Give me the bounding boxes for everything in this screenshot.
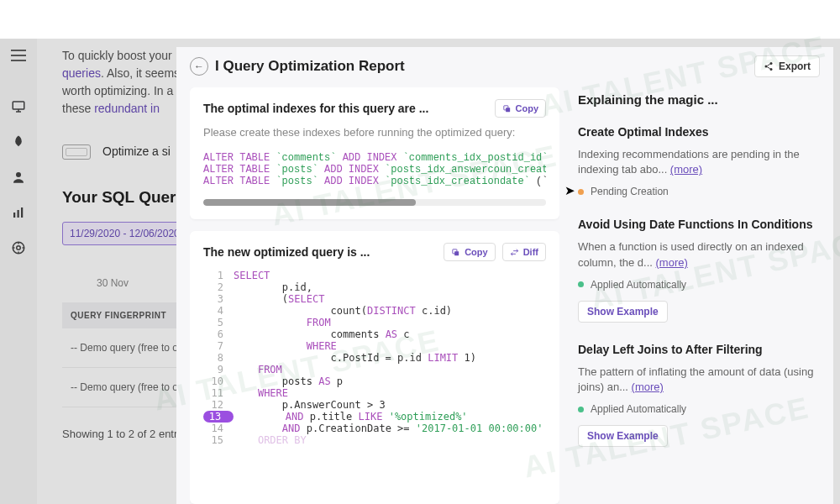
export-button[interactable]: Export — [754, 55, 820, 77]
diff-button[interactable]: Diff — [502, 243, 546, 261]
copy-button[interactable]: Copy — [444, 243, 496, 261]
show-example-button[interactable]: Show Example — [578, 425, 668, 447]
horizontal-scrollbar[interactable] — [203, 199, 546, 206]
modal-title: I Query Optimization Report — [215, 58, 405, 75]
explain-heading: Explaining the magic ... — [578, 92, 816, 107]
more-link[interactable]: (more) — [670, 163, 702, 176]
more-link[interactable]: (more) — [656, 256, 688, 269]
status-label: Pending Creation — [591, 186, 669, 197]
optimized-sql-block: 1SELECT2 p.id,3 (SELECT4 count(DISTINCT … — [203, 270, 546, 446]
hamburger-icon — [11, 50, 26, 61]
status-dot-icon — [578, 189, 584, 195]
suggestion-title: Delay Left Joins to After Filtering — [578, 343, 816, 356]
copy-button[interactable]: Copy — [495, 99, 547, 118]
suggestion-delay-left-joins: Delay Left Joins to After Filtering The … — [578, 343, 816, 447]
optimal-indexes-card: The optimal indexes for this query are .… — [190, 87, 559, 219]
svg-point-8 — [764, 66, 767, 68]
optimization-report-modal: ← I Query Optimization Report Export The… — [176, 47, 833, 504]
copy-icon — [502, 104, 512, 113]
suggestion-avoid-date-functions: Avoid Using Date Functions In Conditions… — [578, 218, 816, 322]
status-dot-icon — [578, 281, 584, 287]
status-label: Applied Automatically — [591, 279, 686, 291]
menu-button[interactable] — [0, 39, 37, 72]
diff-icon — [510, 248, 519, 257]
card-description: Please create these indexes before runni… — [203, 126, 546, 139]
more-link[interactable]: (more) — [632, 381, 664, 393]
optimized-query-card: The new optimized query is ... Copy Diff… — [190, 231, 559, 504]
card-title: The new optimized query is ... — [203, 245, 370, 259]
status-dot-icon — [578, 407, 584, 412]
svg-point-7 — [769, 62, 772, 65]
index-sql-block: ALTER TABLE `comments` ADD INDEX `commen… — [203, 149, 546, 191]
back-button[interactable]: ← — [190, 57, 208, 76]
suggestion-title: Avoid Using Date Functions In Conditions — [578, 218, 816, 231]
svg-point-9 — [769, 68, 772, 71]
card-title: The optimal indexes for this query are .… — [203, 102, 428, 115]
copy-icon — [451, 248, 460, 257]
suggestion-create-indexes: Create Optimal Indexes Indexing recommen… — [578, 125, 816, 197]
show-example-button[interactable]: Show Example — [578, 301, 668, 323]
share-icon — [764, 61, 774, 71]
suggestion-title: Create Optimal Indexes — [578, 125, 816, 139]
status-label: Applied Automatically — [591, 403, 686, 415]
